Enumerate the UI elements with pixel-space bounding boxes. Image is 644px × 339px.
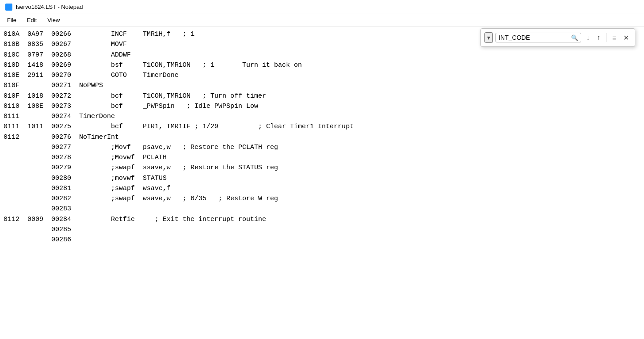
find-divider [606,33,606,42]
table-row: 010F 00271 NoPWPS [4,80,640,91]
table-row: 0112 00276 NoTimerInt [4,132,640,142]
table-row: 010E 2911 00270 GOTO TimerDone [4,70,640,80]
table-row: 0111 1011 00275 bcf PIR1, TMR1IF ; 1/29 … [4,122,640,132]
table-row: 00281 ;swapf wsave,f [4,183,640,194]
find-input-wrap: 🔍 [495,33,581,42]
find-next-button[interactable]: ↓ [584,33,592,42]
table-row: 00286 [4,235,640,245]
table-row: 0111 00274 TimerDone [4,111,640,122]
code-view[interactable]: 010A 0A97 00266 INCF TMR1H,f ; 1010B 083… [0,28,644,246]
find-chevron-button[interactable]: ▾ [484,32,493,43]
menu-edit[interactable]: Edit [22,15,42,25]
table-row: 00277 ;Movf psave,w ; Restore the PCLATH… [4,142,640,152]
table-row: 010C 0797 00268 ADDWF [4,50,640,60]
table-row: 0112 0009 00284 Retfie ; Exit the interr… [4,214,640,225]
window-title: lservo1824.LST - Notepad [16,4,83,10]
table-row: 010F 1018 00272 bcf T1CON,TMR1ON ; Turn … [4,91,640,101]
title-bar: lservo1824.LST - Notepad [0,0,644,14]
find-search-icon: 🔍 [571,34,578,41]
find-toolbar: ▾ 🔍 ↓ ↑ ≡ ✕ [480,28,635,47]
table-row: 0110 108E 00273 bcf _PWPSpin ; Idle PWPS… [4,101,640,111]
find-prev-button[interactable]: ↑ [594,33,602,42]
table-row: 00282 ;swapf wsave,w ; 6/35 ; Restore W … [4,194,640,204]
find-options-button[interactable]: ≡ [610,33,618,42]
table-row: 010D 1418 00269 bsf T1CON,TMR1ON ; 1 Tur… [4,60,640,70]
find-input[interactable] [499,34,569,41]
app-icon [5,4,12,11]
table-row: 00278 ;Movwf PCLATH [4,152,640,163]
content-area: 010A 0A97 00266 INCF TMR1H,f ; 1010B 083… [0,27,644,339]
menu-view[interactable]: View [42,15,65,25]
table-row: 00285 [4,225,640,235]
table-row: 00279 ;swapf ssave,w ; Restore the STATU… [4,163,640,173]
table-row: 00283 [4,204,640,214]
table-row: 00280 ;movwf STATUS [4,173,640,183]
menu-file[interactable]: File [2,15,22,25]
find-close-button[interactable]: ✕ [621,33,631,43]
menu-bar: File Edit View [0,14,644,27]
